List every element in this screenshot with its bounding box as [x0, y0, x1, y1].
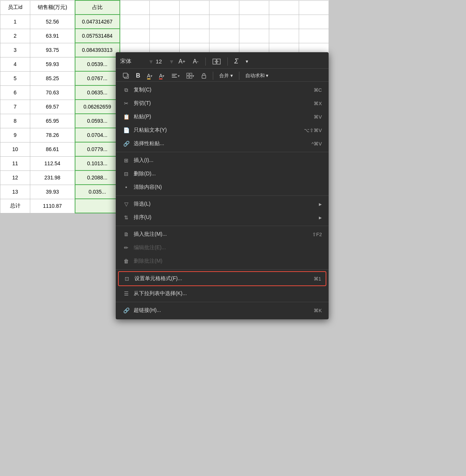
autosum-text-label[interactable]: 自动求和 ▾ — [243, 72, 271, 80]
format-cell-icon: ⊡ — [123, 275, 131, 282]
cell-sales-11[interactable]: 231.98 — [30, 170, 75, 185]
cm-item-paste-icon[interactable]: 📋粘贴(P)⌘V — [116, 110, 329, 123]
svg-rect-0 — [213, 59, 216, 64]
border-button[interactable]: ▾ — [184, 72, 196, 79]
cell-sales-10[interactable]: 112.54 — [30, 156, 75, 170]
cell-ratio-0[interactable]: 0.047314267 — [75, 15, 120, 29]
cell-ratio-1[interactable]: 0.057531484 — [75, 29, 120, 43]
cm-item-dropdown-icon[interactable]: ☰从下拉列表中选择(K)... — [116, 287, 329, 300]
cm-item-paste-special-icon[interactable]: 🔗选择性粘贴...^⌘V — [116, 137, 329, 150]
cell-sales-5[interactable]: 70.63 — [30, 85, 75, 100]
extra-col-3 — [180, 0, 209, 15]
cell-extra-0-3 — [209, 15, 239, 29]
cm-item-edit-note-icon[interactable]: ✏编辑批注(E)... — [116, 241, 329, 254]
cell-id-2[interactable]: 3 — [0, 43, 30, 57]
autosum-icon[interactable]: Σ — [232, 57, 241, 66]
cell-id-4[interactable]: 5 — [0, 71, 30, 85]
cm-item-delete-note-icon[interactable]: 🗑删除批注(M) — [116, 254, 329, 268]
extra-col-1 — [120, 0, 150, 15]
merge-label[interactable]: 合并 ▾ — [217, 72, 235, 80]
cell-ratio-5[interactable]: 0.0635... — [75, 85, 120, 100]
cell-ratio-11[interactable]: 0.2088... — [75, 170, 120, 185]
font-size-decrease-btn[interactable]: A- — [190, 57, 201, 66]
cell-ratio-10[interactable]: 0.1013... — [75, 156, 120, 170]
font-color-button[interactable]: A ▾ — [157, 72, 167, 79]
toolbar-copy-icon[interactable] — [120, 72, 131, 80]
cm-item-insert-note-icon[interactable]: 🗎插入批注(M)...⇧F2 — [116, 228, 329, 241]
cell-id-5[interactable]: 6 — [0, 85, 30, 100]
context-menu: 宋体 ▾ 12 ▾ A+ A- Σ ▾ B — [116, 52, 329, 319]
cm-item-arrow-10: ▶ — [319, 202, 322, 206]
autosum-label[interactable]: ▾ — [243, 58, 251, 65]
cell-ratio-6[interactable]: 0.06262659 — [75, 100, 120, 114]
cm-item-delete-icon[interactable]: ⊟删除(D)... — [116, 167, 329, 181]
cm-item-shortcut-2: ⌘V — [314, 114, 322, 120]
svg-rect-9 — [190, 73, 192, 75]
cell-sales-7[interactable]: 65.95 — [30, 114, 75, 128]
cell-sales-8[interactable]: 78.26 — [30, 128, 75, 142]
cell-ratio-4[interactable]: 0.0767... — [75, 71, 120, 85]
cell-id-3[interactable]: 4 — [0, 57, 30, 71]
cell-id-8[interactable]: 9 — [0, 128, 30, 142]
cell-ratio-8[interactable]: 0.0704... — [75, 128, 120, 142]
cm-item-shortcut-20: ⌘K — [314, 308, 322, 313]
cell-extra-1-3 — [209, 29, 239, 43]
cell-sales-4[interactable]: 85.25 — [30, 71, 75, 85]
cm-item-insert-icon[interactable]: ⊞插入(I)... — [116, 154, 329, 167]
context-menu-toolbar2: B A ▾ A ▾ ▾ — [116, 70, 329, 82]
cell-ratio-9[interactable]: 0.0779... — [75, 142, 120, 156]
merge-cells-icon[interactable] — [210, 58, 223, 65]
cell-sales-12[interactable]: 39.93 — [30, 185, 75, 199]
cell-sales-2[interactable]: 93.75 — [30, 43, 75, 57]
cell-id-11[interactable]: 12 — [0, 170, 30, 185]
cell-sales-1[interactable]: 63.91 — [30, 29, 75, 43]
protect-button[interactable] — [199, 72, 209, 79]
toolbar-sep-2 — [227, 57, 228, 66]
cm-item-copy-icon[interactable]: ⧉复制(C)⌘C — [116, 83, 329, 97]
cell-id-7[interactable]: 8 — [0, 114, 30, 128]
toolbar-sep-1 — [205, 57, 206, 66]
cm-item-clear-icon[interactable]: •清除内容(N) — [116, 181, 329, 194]
cm-item-paste-text-icon[interactable]: 📄只粘贴文本(Y)⌥⇧⌘V — [116, 123, 329, 137]
cell-ratio-7[interactable]: 0.0593... — [75, 114, 120, 128]
svg-rect-11 — [190, 76, 192, 78]
cm-item-sort-icon[interactable]: ⇅排序(U)▶ — [116, 211, 329, 224]
cell-id-9[interactable]: 10 — [0, 142, 30, 156]
font-size-increase-btn[interactable]: A+ — [176, 57, 187, 66]
cell-id-1[interactable]: 2 — [0, 29, 30, 43]
cell-id-0[interactable]: 1 — [0, 15, 30, 29]
cell-extra-0-2 — [180, 15, 209, 29]
cm-separator-19 — [116, 302, 329, 302]
cm-item-label-18: 从下拉列表中选择(K)... — [134, 290, 322, 297]
cell-sales-0[interactable]: 52.56 — [30, 15, 75, 29]
cell-extra-1-1 — [150, 29, 180, 43]
copy-icon: ⧉ — [122, 86, 130, 94]
cell-id-12[interactable]: 13 — [0, 185, 30, 199]
bold-button[interactable]: B — [134, 72, 143, 80]
cm-item-format-cell-icon[interactable]: ⊡设置单元格格式(F)...⌘1 — [118, 271, 326, 286]
cm-item-hyperlink-icon[interactable]: 🔗超链接(H)...⌘K — [116, 304, 329, 317]
cm-item-label-3: 只粘贴文本(Y) — [134, 127, 300, 134]
toolbar2-sep2 — [239, 72, 239, 80]
cell-ratio-2[interactable]: 0.084393313 — [75, 43, 120, 57]
fill-color-button[interactable]: A ▾ — [145, 72, 155, 79]
cell-id-6[interactable]: 7 — [0, 100, 30, 114]
align-button[interactable]: ▾ — [169, 72, 182, 79]
cell-total-label: 总计 — [0, 199, 30, 213]
cell-sales-9[interactable]: 86.61 — [30, 142, 75, 156]
cell-sales-3[interactable]: 59.93 — [30, 57, 75, 71]
cm-separator-12 — [116, 226, 329, 226]
cell-id-10[interactable]: 11 — [0, 156, 30, 170]
svg-rect-1 — [217, 59, 220, 64]
cm-item-cut-icon[interactable]: ✂剪切(T)⌘X — [116, 97, 329, 110]
font-name-label: 宋体 — [120, 58, 146, 65]
header-id: 员工id — [0, 0, 30, 15]
edit-note-icon: ✏ — [122, 244, 130, 251]
cm-item-filter-icon[interactable]: ▽筛选(L)▶ — [116, 197, 329, 211]
extra-col-7 — [299, 0, 329, 15]
cm-item-shortcut-13: ⇧F2 — [312, 232, 322, 237]
extra-col-4 — [209, 0, 239, 15]
cell-ratio-12[interactable]: 0.035... — [75, 185, 120, 199]
cell-sales-6[interactable]: 69.57 — [30, 100, 75, 114]
cell-ratio-3[interactable]: 0.0539... — [75, 57, 120, 71]
